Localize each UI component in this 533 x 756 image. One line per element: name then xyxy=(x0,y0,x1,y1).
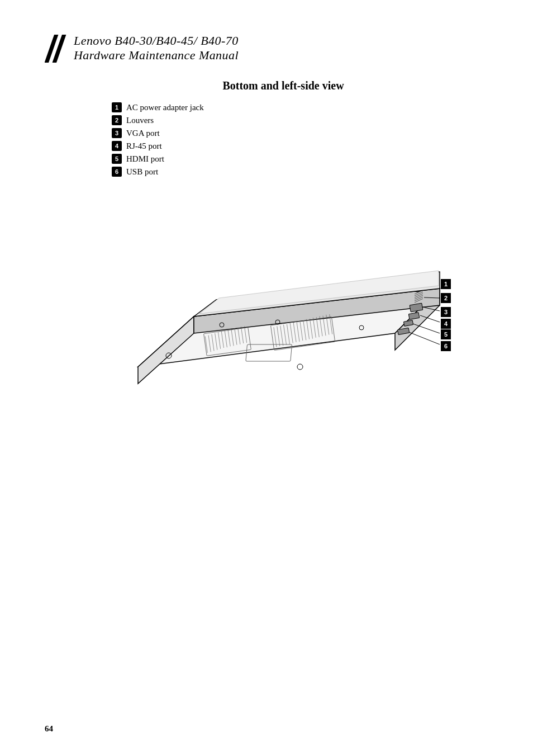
header-title-line1: Lenovo B40-30/B40-45/ B40-70 xyxy=(74,34,239,48)
list-item: 6USB port xyxy=(112,167,488,177)
item-label: VGA port xyxy=(126,129,160,138)
list-item: 5HDMI port xyxy=(112,154,488,164)
header-text: Lenovo B40-30/B40-45/ B40-70 Hardware Ma… xyxy=(74,34,239,63)
item-badge: 6 xyxy=(112,167,122,177)
svg-text:4: 4 xyxy=(444,320,448,327)
item-label: USB port xyxy=(126,167,158,177)
svg-text:3: 3 xyxy=(444,309,448,315)
list-item: 3VGA port xyxy=(112,128,488,138)
item-label: AC power adapter jack xyxy=(126,103,204,112)
lenovo-logo-icon xyxy=(45,35,67,63)
page: Lenovo B40-30/B40-45/ B40-70 Hardware Ma… xyxy=(0,0,533,756)
svg-text:6: 6 xyxy=(444,343,448,349)
svg-point-41 xyxy=(297,364,303,370)
laptop-diagram: 1 2 3 4 5 6 xyxy=(82,188,451,400)
item-badge: 2 xyxy=(112,115,122,125)
item-label: HDMI port xyxy=(126,154,164,164)
svg-text:2: 2 xyxy=(444,295,448,301)
list-item: 2Louvers xyxy=(112,115,488,125)
item-badge: 4 xyxy=(112,141,122,151)
header-title-line2: Hardware Maintenance Manual xyxy=(74,48,239,63)
item-label: Louvers xyxy=(126,116,154,125)
item-list: 1AC power adapter jack2Louvers3VGA port4… xyxy=(112,102,488,177)
header: Lenovo B40-30/B40-45/ B40-70 Hardware Ma… xyxy=(45,34,488,63)
svg-text:5: 5 xyxy=(444,331,448,338)
list-item: 4RJ-45 port xyxy=(112,141,488,151)
item-badge: 3 xyxy=(112,128,122,138)
item-label: RJ-45 port xyxy=(126,141,162,151)
item-badge: 5 xyxy=(112,154,122,164)
svg-text:1: 1 xyxy=(444,281,448,287)
diagram-container: 1 2 3 4 5 6 xyxy=(45,188,488,400)
svg-line-63 xyxy=(409,332,440,344)
list-item: 1AC power adapter jack xyxy=(112,102,488,112)
page-number: 64 xyxy=(45,724,53,734)
item-badge: 1 xyxy=(112,102,122,112)
section-title: Bottom and left-side view xyxy=(78,79,488,92)
